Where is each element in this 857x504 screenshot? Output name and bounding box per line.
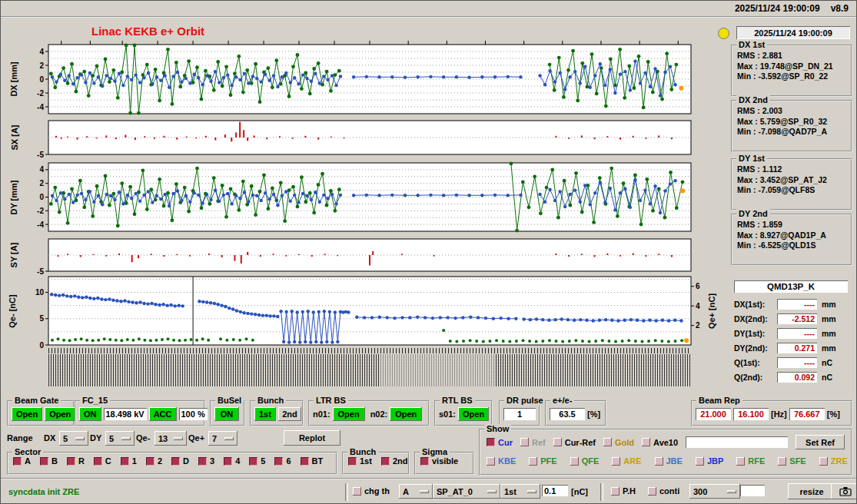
range-dx-select[interactable]: 5 [59, 431, 88, 446]
count-select[interactable]: 300 [689, 484, 740, 499]
show-jbp-checkbox[interactable]: JBP [696, 456, 723, 466]
show-qfe-checkbox[interactable]: QFE [570, 456, 600, 466]
monitor-row-unit: mm [822, 300, 836, 309]
rtl-s01-open-button[interactable]: Open [458, 407, 489, 421]
busel-on-button[interactable]: ON [214, 407, 239, 421]
show-group: Show Cur Ref Cur-Ref Gold Ave10 Set Ref … [479, 429, 852, 476]
show-zre-checkbox[interactable]: ZRE [819, 456, 848, 466]
svg-text:-5: -5 [37, 151, 44, 159]
show-sfe-checkbox[interactable]: SFE [778, 456, 806, 466]
ph-checkbox[interactable]: P.H [611, 486, 636, 496]
bpm-tick-marks [48, 348, 691, 353]
svg-text:10: 10 [35, 288, 45, 297]
sector-b-checkbox[interactable]: B [40, 456, 58, 466]
titlebar: 2025/11/24 19:00:09 v8.9 [1, 1, 856, 18]
dy-orbit-plot[interactable]: 420-2-4 [27, 159, 720, 238]
bpm-name-axis [48, 348, 691, 386]
sector-c-checkbox[interactable]: C [94, 456, 111, 466]
stat-min: Min : -7.059@QLF8S [737, 185, 846, 196]
beam-gate-open-1-button[interactable]: Open [12, 407, 42, 421]
show-ref-checkbox[interactable]: Ref [520, 438, 546, 447]
replot-button[interactable]: Replot [284, 430, 340, 446]
sector-4-checkbox[interactable]: 4 [224, 456, 240, 466]
status-bar: syncdata init ZRE chg th A SP_AT_0 1st [… [1, 478, 857, 504]
monitor-row-unit: mm [822, 343, 836, 353]
bunch-2nd-button[interactable]: 2nd [278, 407, 301, 421]
threshold-input[interactable] [542, 485, 568, 496]
bunch-1st-checkbox[interactable]: 1st [348, 456, 372, 466]
chg-th-checkbox[interactable]: chg th [353, 486, 390, 496]
ltr-n02-open-button[interactable]: Open [390, 407, 422, 421]
resize-button[interactable]: resize [788, 483, 835, 499]
fc15-kv-value: 18.498 kV [104, 408, 147, 420]
sigma-group: Sigma visible [414, 452, 474, 475]
monitor-select[interactable]: SP_AT_0 [433, 484, 500, 499]
option-menu-glyph [75, 437, 85, 440]
show-rfe-checkbox[interactable]: RFE [736, 456, 765, 466]
show-are-checkbox[interactable]: ARE [612, 456, 641, 466]
sector-3-checkbox[interactable]: 3 [198, 456, 214, 466]
fc15-group: FC_15 ON 18.498 kV ACC 100 % [75, 400, 205, 426]
show-cur-ref-checkbox[interactable]: Cur-Ref [553, 438, 596, 447]
range-qe-plus-select[interactable]: 7 [208, 431, 238, 446]
svg-text:4: 4 [696, 302, 700, 310]
checkbox-box [819, 457, 828, 466]
bunch-select[interactable]: 1st [500, 484, 540, 499]
checkbox-label: PFE [540, 456, 556, 466]
sector-select[interactable]: A [399, 484, 433, 499]
qe-minus-axis-label: Qe- [nC] [1, 277, 24, 345]
sx-steering-plot[interactable]: -5 [27, 117, 720, 161]
sector-a-checkbox[interactable]: A [13, 456, 31, 466]
checkbox-box [553, 438, 562, 446]
sector-5-checkbox[interactable]: 5 [249, 456, 265, 466]
threshold-unit: [nC] [571, 487, 588, 496]
range-dy-select[interactable]: 5 [105, 431, 135, 446]
svg-text:0: 0 [39, 341, 44, 350]
monitor-row-value: -2.512 [777, 313, 817, 324]
sector-r-checkbox[interactable]: R [67, 456, 85, 466]
monitor-name[interactable]: QMD13P_K [734, 280, 848, 293]
bunch-1st-button[interactable]: 1st [254, 407, 276, 421]
monitor-row-value: 0.092 [777, 372, 817, 383]
show-kbe-checkbox[interactable]: KBE [487, 456, 516, 466]
sector-d-checkbox[interactable]: D [171, 456, 189, 466]
conti-checkbox[interactable]: conti [648, 486, 679, 496]
checkbox-box [612, 457, 620, 466]
titlebar-version: v8.9 [831, 3, 849, 14]
range-qe-plus-label: Qe+ [188, 433, 204, 443]
sector-1-checkbox[interactable]: 1 [121, 456, 137, 466]
show-jbe-checkbox[interactable]: JBE [655, 456, 683, 466]
svg-text:4: 4 [39, 165, 44, 174]
fc15-on-button[interactable]: ON [79, 407, 101, 421]
bunch-2nd-checkbox[interactable]: 2nd [381, 456, 408, 466]
count-extra-input[interactable] [740, 485, 765, 496]
show-ave10-checkbox[interactable]: Ave10 [642, 438, 678, 447]
rtl-s01-label: s01: [439, 410, 456, 419]
checkbox-box [696, 457, 704, 466]
charge-plot[interactable]: 1050642 [27, 273, 720, 352]
checkbox-box [611, 487, 619, 496]
fc15-acc-button[interactable]: ACC [149, 407, 177, 421]
sector-bt-checkbox[interactable]: BT [301, 456, 324, 466]
stat-rms: RMS : 2.003 [737, 106, 846, 117]
sector-6-checkbox[interactable]: 6 [274, 456, 291, 466]
ltr-n01-open-button[interactable]: Open [333, 407, 365, 421]
sy-steering-plot[interactable]: -5 [27, 235, 720, 278]
show-cur-checkbox[interactable]: Cur [487, 438, 513, 447]
show-gold-checkbox[interactable]: Gold [603, 438, 634, 447]
range-qe-minus-select[interactable]: 13 [154, 431, 187, 446]
beam-gate-open-2-button[interactable]: Open [45, 407, 75, 421]
checkbox-label: Ave10 [653, 438, 678, 447]
show-pfe-checkbox[interactable]: PFE [529, 456, 556, 466]
set-ref-button[interactable]: Set Ref [796, 435, 845, 449]
monitor-row-value: ---- [777, 357, 817, 368]
checkbox-label: Cur [498, 438, 513, 447]
dx-orbit-plot[interactable]: 420-2-4 [27, 41, 720, 121]
beam-rep-hz-unit: [Hz] [771, 410, 787, 419]
ratio-group: e+/e- 63.5 [%] [545, 400, 606, 426]
screenshot-button[interactable] [831, 483, 857, 499]
ref-name-input[interactable] [686, 436, 788, 448]
checkbox-box [778, 457, 786, 466]
sigma-visible-checkbox[interactable]: visible [420, 456, 458, 466]
sector-2-checkbox[interactable]: 2 [146, 456, 162, 466]
